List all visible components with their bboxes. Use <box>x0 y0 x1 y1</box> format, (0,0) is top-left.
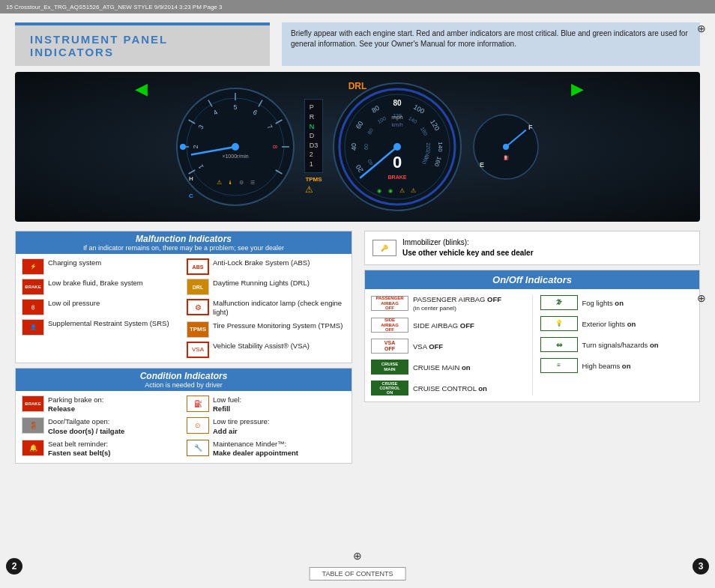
svg-text:C: C <box>189 193 193 199</box>
malfunction-subtitle: If an indicator remains on, there may be… <box>22 244 346 252</box>
condition-panel: Condition Indicators Action is needed by… <box>15 368 352 464</box>
condition-title: Condition Indicators <box>22 371 346 381</box>
oil-text: Low oil pressure <box>48 299 100 308</box>
left-panels: Malfunction Indicators If an indicator r… <box>15 231 352 464</box>
maintenance-text: Maintenance Minder™:Make dealer appointm… <box>213 440 298 458</box>
svg-text:⛽: ⛽ <box>504 155 510 161</box>
malfunction-title: Malfunction Indicators <box>22 234 346 244</box>
right-panel: 🔑 Immobilizer (blinks): Use other vehicl… <box>364 231 700 464</box>
srs-icon: 👤 <box>22 319 44 336</box>
header-section: INSTRUMENT PANEL INDICATORS Briefly appe… <box>0 13 715 72</box>
svg-text:◉: ◉ <box>388 188 393 193</box>
svg-point-20 <box>232 143 239 151</box>
condition-col-right: ⛽ Low fuel:Refill ⊙ Low tire pressure:Ad… <box>187 395 346 458</box>
fog-lights-badge: 🌫 <box>540 295 578 310</box>
side-airbag-item: SIDE AIRBAG OFF SIDE AIRBAG OFF <box>371 318 525 333</box>
turn-signals-item: ⇔ Turn signals/hazards on <box>540 337 694 352</box>
vsa-off-item: VSA OFF VSA OFF <box>371 339 525 354</box>
dashboard-inner: ◀ DRL ▶ 1 2 3 <box>15 72 700 222</box>
title-box: INSTRUMENT PANEL INDICATORS <box>15 22 270 66</box>
vsa-off-text: VSA OFF <box>413 342 443 351</box>
malfunction-col-right: ABS Anti-Lock Brake System (ABS) DRL Day… <box>187 258 346 358</box>
immobilizer-icon: 🔑 <box>372 240 396 256</box>
engine-icon: ⚙ <box>187 299 209 315</box>
abs-icon: ABS <box>187 258 209 275</box>
exterior-lights-text: Exterior lights on <box>582 320 636 328</box>
fog-lights-item: 🌫 Fog lights on <box>540 295 694 310</box>
charging-text: Charging system <box>48 258 101 267</box>
immobilizer-text: Immobilizer (blinks): Use other vehicle … <box>402 237 534 258</box>
oil-icon: 🛢 <box>22 299 44 315</box>
svg-point-52 <box>393 143 401 151</box>
vsa-off-badge: VSA OFF <box>371 339 408 354</box>
condition-col-left: BRAKE Parking brake on:Release 🚪 Door/Ta… <box>22 395 181 458</box>
charging-item: ⚡ Charging system <box>22 258 181 275</box>
brake-icon: BRAKE <box>22 279 44 295</box>
passenger-airbag-item: PASSENGER AIRBAG OFF PASSENGER AIRBAG OF… <box>371 295 525 312</box>
reg-mark-top-right: ⊕ <box>697 22 706 34</box>
svg-text:H: H <box>189 175 193 182</box>
drl-icon: DRL <box>187 279 209 295</box>
svg-text:🌡: 🌡 <box>228 180 233 185</box>
cruise-main-item: CRUISE MAIN CRUISE MAIN on <box>371 360 525 375</box>
description-text: Briefly appear with each engine start. R… <box>291 29 688 48</box>
high-beams-badge: ≡ <box>540 358 578 373</box>
svg-text:8: 8 <box>271 145 279 148</box>
right-turn-arrow: ▶ <box>571 79 584 99</box>
immobilizer-panel: 🔑 Immobilizer (blinks): Use other vehicl… <box>364 231 700 265</box>
abs-text: Anti-Lock Brake System (ABS) <box>213 258 310 267</box>
tire-pressure-text: Low tire pressure:Add air <box>213 417 270 436</box>
malfunction-header: Malfunction Indicators If an indicator r… <box>16 231 352 254</box>
svg-text:E: E <box>480 161 484 169</box>
svg-text:0: 0 <box>393 153 402 172</box>
condition-subtitle: Action is needed by driver <box>22 381 346 389</box>
seatbelt-text: Seat belt reminder:Fasten seat belt(s) <box>48 440 110 458</box>
malfunction-col-left: ⚡ Charging system BRAKE Low brake fluid,… <box>22 258 181 358</box>
svg-text:⚠: ⚠ <box>217 179 222 186</box>
table-of-contents[interactable]: TABLE OF CONTENTS <box>310 567 406 581</box>
cruise-main-badge: CRUISE MAIN <box>371 360 408 375</box>
passenger-airbag-badge: PASSENGER AIRBAG OFF <box>371 296 408 311</box>
seatbelt-item: 🔔 Seat belt reminder:Fasten seat belt(s) <box>22 440 181 458</box>
maintenance-item: 🔧 Maintenance Minder™:Make dealer appoin… <box>187 440 346 458</box>
condition-header: Condition Indicators Action is needed by… <box>16 369 352 391</box>
reg-mark-middle-right: ⊕ <box>697 292 706 304</box>
svg-text:⚠: ⚠ <box>399 187 405 194</box>
svg-text:F: F <box>528 124 533 131</box>
side-airbag-badge: SIDE AIRBAG OFF <box>371 318 408 333</box>
side-airbag-text: SIDE AIRBAG OFF <box>413 321 474 330</box>
reg-mark-bottom: ⊕ <box>353 550 362 562</box>
svg-text:×1000r/min: ×1000r/min <box>222 154 248 159</box>
rpm-gauge: 1 2 3 4 5 6 7 8 ×1000r/min ⚠ 🌡 ⚙ ☰ H C <box>175 87 295 207</box>
description-box: Briefly appear with each engine start. R… <box>282 22 700 66</box>
svg-text:☰: ☰ <box>250 180 255 185</box>
onoff-body: PASSENGER AIRBAG OFF PASSENGER AIRBAG OF… <box>365 289 699 401</box>
vsa-item: VSA Vehicle Stability Assist® (VSA) <box>187 342 346 358</box>
svg-text:2: 2 <box>192 145 199 148</box>
fuel-text: Low fuel:Refill <box>213 395 241 414</box>
center-cluster: P R N D D3 2 1 TPMS ⚠ <box>304 99 324 194</box>
svg-text:BRAKE: BRAKE <box>388 175 407 180</box>
brake-text: Low brake fluid, Brake system <box>48 279 143 288</box>
cruise-main-text: CRUISE MAIN on <box>413 363 471 372</box>
tpms-text: Tire Pressure Monitoring System (TPMS) <box>213 321 343 330</box>
svg-text:40: 40 <box>350 142 358 150</box>
onoff-panel: On/Off Indicators PASSENGER AIRBAG OFF P… <box>364 270 700 402</box>
exterior-lights-item: 💡 Exterior lights on <box>540 316 694 331</box>
oil-item: 🛢 Low oil pressure <box>22 299 181 315</box>
charging-icon: ⚡ <box>22 258 44 275</box>
svg-text:140: 140 <box>437 142 444 152</box>
engine-item: ⚙ Malfunction indicator lamp (check engi… <box>187 299 346 318</box>
dashboard-container: ◀ DRL ▶ 1 2 3 <box>15 72 700 222</box>
fuel-item: ⛽ Low fuel:Refill <box>187 395 346 414</box>
parking-brake-item: BRAKE Parking brake on:Release <box>22 395 181 414</box>
malfunction-body: ⚡ Charging system BRAKE Low brake fluid,… <box>16 254 352 363</box>
seatbelt-icon: 🔔 <box>22 440 44 456</box>
cruise-control-text: CRUISE CONTROL on <box>413 384 487 392</box>
top-header-text: 15 Crosstour_Ex_TRG_AQS51526_ATG_NEW STY… <box>6 4 222 10</box>
svg-text:⚠: ⚠ <box>411 187 416 194</box>
engine-text: Malfunction indicator lamp (check engine… <box>213 299 346 318</box>
fuel-low-icon: ⛽ <box>187 395 209 412</box>
page-number-left: 2 <box>6 558 22 575</box>
parking-brake-text: Parking brake on:Release <box>48 395 103 414</box>
